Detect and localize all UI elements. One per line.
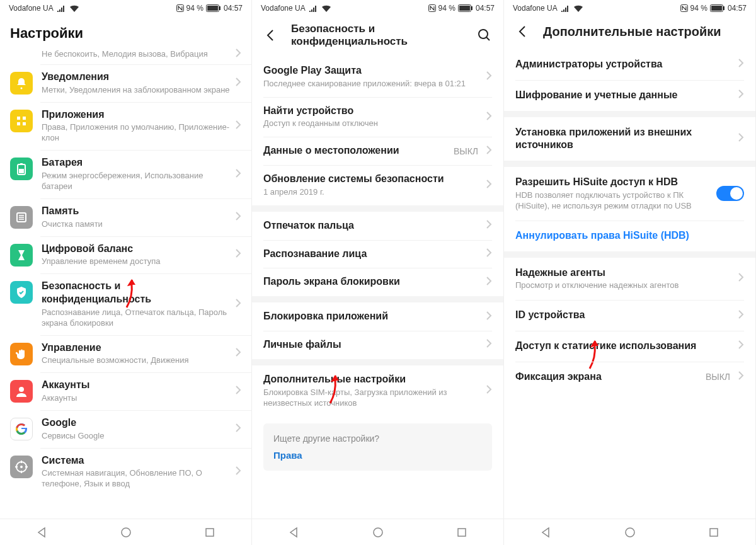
svg-rect-7: [17, 122, 20, 125]
settings-row[interactable]: СистемаСистемная навигация, Обновление П…: [0, 448, 251, 496]
row-title: Google: [42, 416, 230, 430]
chevron-right-icon: [486, 145, 492, 158]
settings-list[interactable]: Не беспокоить, Мелодия вызова, ВибрацияУ…: [0, 48, 251, 519]
chevron-right-icon: [486, 71, 492, 83]
battery-pct: 94 %: [438, 4, 455, 13]
row-title: Установка приложений из внешних источник…: [515, 126, 733, 152]
settings-row[interactable]: УправлениеСпециальные возможности, Движе…: [0, 335, 251, 373]
settings-row[interactable]: ID устройства: [504, 300, 755, 331]
row-title: Разрешить HiSuite доступ к HDB: [515, 176, 716, 189]
settings-row[interactable]: ПриложенияПрава, Приложения по умолчанию…: [0, 102, 251, 151]
settings-row[interactable]: GoogleСервисы Google: [0, 410, 251, 448]
battery-icon: [206, 4, 221, 12]
page-title: Безопасность и конфиденциальность: [291, 23, 464, 48]
settings-row[interactable]: Найти устройствоДоступ к геоданным отклю…: [252, 97, 503, 137]
row-title: Приложения: [42, 108, 230, 122]
nav-home[interactable]: [365, 524, 391, 541]
hourglass-icon: [10, 244, 33, 267]
settings-row[interactable]: Данные о местоположенииВЫКЛ: [252, 137, 503, 165]
settings-row[interactable]: Доступ к статистике использования: [504, 331, 755, 362]
row-subtitle: Последнее сканирование приложений: вчера…: [263, 79, 481, 89]
settings-row[interactable]: Дополнительные настройкиБлокировка SIM-к…: [252, 365, 503, 416]
settings-row[interactable]: Фиксация экранаВЫКЛ: [504, 362, 755, 393]
row-title: Управление: [42, 341, 230, 355]
row-title: Администраторы устройства: [515, 58, 733, 71]
svg-rect-5: [17, 117, 20, 120]
svg-rect-6: [23, 117, 26, 120]
settings-row[interactable]: БатареяРежим энергосбережения, Использов…: [0, 150, 251, 198]
row-title: Фиксация экрана: [515, 370, 706, 384]
row-title: Память: [42, 205, 230, 218]
clock: 04:57: [224, 4, 243, 13]
battery-pct: 94 %: [186, 4, 203, 13]
chevron-right-icon: [486, 248, 492, 260]
carrier-label: Vodafone UA: [261, 4, 306, 13]
settings-row[interactable]: Администраторы устройства: [504, 49, 755, 80]
row-subtitle: Сервисы Google: [42, 431, 230, 442]
svg-rect-10: [20, 163, 23, 164]
settings-row[interactable]: Отпечаток пальца: [252, 212, 503, 240]
settings-row[interactable]: Блокировка приложений: [252, 302, 503, 331]
wifi-icon: [322, 5, 331, 12]
svg-rect-22: [471, 6, 472, 10]
settings-row[interactable]: Шифрование и учетные данные: [504, 80, 755, 111]
row-subtitle: Специальные возможности, Движения: [42, 355, 230, 366]
security-list[interactable]: Google Play ЗащитаПоследнее сканирование…: [252, 57, 503, 519]
nav-bar: [0, 519, 251, 545]
settings-row[interactable]: Надежные агентыПросмотр и отключение над…: [504, 258, 755, 301]
chevron-right-icon: [235, 298, 241, 311]
svg-rect-28: [711, 6, 722, 11]
svg-point-23: [479, 30, 488, 38]
signal-icon: [561, 5, 570, 12]
row-title: Доступ к статистике использования: [515, 340, 733, 353]
chevron-right-icon: [738, 370, 744, 383]
row-subtitle: Режим энергосбережения, Использование ба…: [42, 171, 230, 192]
svg-point-17: [122, 528, 130, 537]
settings-row[interactable]: Аннулировать права HiSuite (HDB): [504, 221, 755, 251]
nav-back[interactable]: [282, 524, 307, 541]
row-subtitle: Распознавание лица, Отпечаток пальца, Па…: [42, 307, 230, 329]
row-subtitle: 1 апреля 2019 г.: [263, 187, 481, 198]
svg-rect-11: [19, 169, 24, 173]
svg-rect-2: [207, 6, 218, 11]
settings-row[interactable]: Обновление системы безопасности1 апреля …: [252, 165, 503, 205]
nav-back[interactable]: [30, 524, 55, 541]
nav-recent[interactable]: [449, 524, 474, 541]
row-title: Цифровой баланс: [42, 243, 230, 256]
settings-row[interactable]: УведомленияМетки, Уведомления на заблоки…: [0, 64, 251, 102]
settings-row[interactable]: Не беспокоить, Мелодия вызова, Вибрация: [0, 48, 251, 64]
chevron-right-icon: [235, 385, 241, 398]
row-subtitle: Очистка памяти: [42, 219, 230, 230]
chevron-right-icon: [486, 384, 492, 397]
settings-row[interactable]: Разрешить HiSuite доступ к HDBHDB позвол…: [504, 167, 755, 221]
status-bar: Vodafone UA 94 % 04:57: [0, 0, 251, 16]
additional-list[interactable]: Администраторы устройстваШифрование и уч…: [504, 49, 755, 519]
settings-row[interactable]: ПамятьОчистка памяти: [0, 198, 251, 236]
card-link[interactable]: Права: [273, 450, 482, 461]
toggle-switch[interactable]: [716, 186, 744, 201]
settings-row[interactable]: Пароль экрана блокировки: [252, 268, 503, 296]
nav-recent[interactable]: [701, 524, 726, 541]
row-title: Найти устройство: [263, 105, 481, 118]
system-icon: [10, 456, 33, 478]
settings-row[interactable]: АккаунтыАккаунты: [0, 372, 251, 410]
back-button[interactable]: [262, 26, 280, 44]
nav-recent[interactable]: [197, 524, 222, 541]
chevron-right-icon: [738, 272, 744, 285]
row-title: Аккаунты: [42, 379, 230, 392]
settings-row[interactable]: Личные файлы: [252, 331, 503, 359]
settings-row[interactable]: Безопасность и конфиденциальностьРаспозн…: [0, 273, 251, 335]
settings-row[interactable]: Google Play ЗащитаПоследнее сканирование…: [252, 57, 503, 97]
settings-row[interactable]: Распознавание лица: [252, 240, 503, 268]
row-subtitle: Управление временем доступа: [42, 256, 230, 267]
row-value: ВЫКЛ: [454, 146, 478, 156]
search-button[interactable]: [476, 26, 493, 44]
nav-back[interactable]: [534, 524, 559, 541]
nav-home[interactable]: [113, 524, 139, 541]
back-button[interactable]: [514, 23, 532, 40]
row-subtitle: Просмотр и отключение надежных агентов: [515, 280, 733, 291]
carrier-label: Vodafone UA: [513, 4, 558, 13]
settings-row[interactable]: Цифровой балансУправление временем досту…: [0, 236, 251, 274]
settings-row[interactable]: Установка приложений из внешних источник…: [504, 117, 755, 161]
nav-home[interactable]: [617, 524, 643, 541]
